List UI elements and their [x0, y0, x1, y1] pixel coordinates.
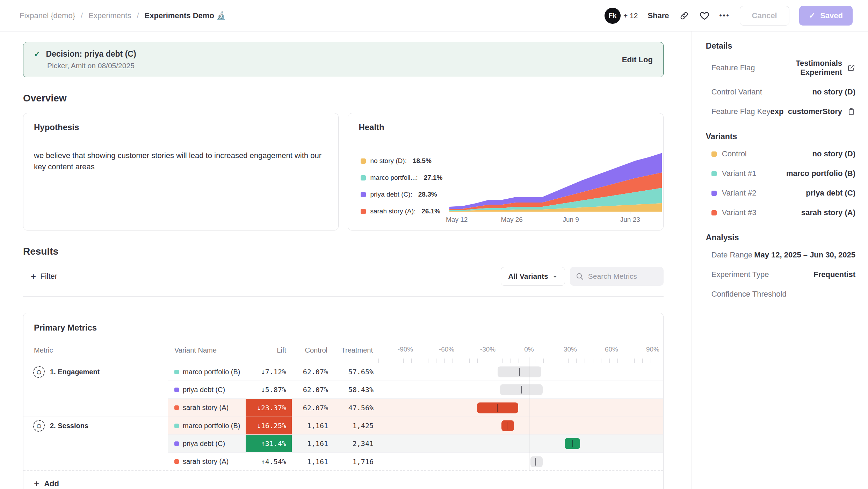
results-heading: Results — [23, 246, 664, 257]
legend-label: sarah story (A): — [370, 207, 415, 215]
variants-section: Variants Controlno story (D)Variant #1ma… — [706, 132, 855, 222]
cancel-button[interactable]: Cancel — [740, 6, 789, 26]
variant-name: marco portfolio (B) — [183, 422, 240, 430]
x-axis-tick — [571, 211, 571, 214]
row-value: no story (D) — [812, 87, 855, 97]
legend-swatch — [361, 192, 366, 197]
row-label: Experiment Type — [711, 270, 769, 279]
row-label-text: Variant #3 — [722, 208, 757, 217]
lift-value: ↓5.87% — [246, 381, 292, 398]
table-row[interactable]: priya debt (C)↓5.87%62.07%58.43% — [168, 381, 663, 399]
copy-link-icon[interactable] — [679, 10, 689, 21]
x-axis-label: Jun 9 — [563, 216, 579, 224]
search-metrics-box — [570, 267, 664, 286]
chevron-down-icon: ⌄ — [552, 271, 558, 279]
row-value: May 12, 2025 – Jun 30, 2025 — [754, 250, 855, 260]
more-menu-icon[interactable]: ••• — [719, 12, 730, 20]
x-axis-tick — [512, 211, 512, 214]
table-row[interactable]: marco portfolio (B)↓16.25%1,1611,425 — [168, 417, 663, 435]
search-icon — [576, 272, 584, 281]
variant-name-cell: sarah story (A) — [168, 453, 246, 470]
lift-value: ↑31.4% — [246, 435, 292, 452]
edit-log-button[interactable]: Edit Log — [622, 55, 653, 64]
row-value-text: May 12, 2025 – Jun 30, 2025 — [754, 250, 855, 260]
variant-name-cell: sarah story (A) — [168, 399, 246, 417]
lift-marker — [519, 368, 520, 376]
lift-axis-tick-label: 0% — [524, 346, 534, 353]
hypothesis-title: Hypothesis — [23, 113, 338, 140]
row-label-text: Experiment Type — [711, 270, 769, 279]
variant-name-cell: priya debt (C) — [168, 435, 246, 452]
share-button[interactable]: Share — [648, 11, 669, 20]
column-variant-name: Variant Name — [168, 342, 246, 363]
decision-banner: ✓ Decision: priya debt (C) Picker, Amit … — [23, 42, 664, 77]
row-value-text: no story (D) — [812, 149, 855, 158]
copy-icon[interactable] — [847, 107, 855, 116]
row-label: Feature Flag Key — [711, 107, 771, 116]
breadcrumb-experiments[interactable]: Experiments — [88, 11, 131, 20]
table-row[interactable]: sarah story (A)↑4.54%1,1611,716 — [168, 453, 663, 470]
saved-button[interactable]: ✓ Saved — [799, 6, 853, 26]
table-row[interactable]: marco portfolio (B)↓7.12%62.07%57.65% — [168, 363, 663, 381]
analysis-heading: Analysis — [706, 233, 855, 242]
lift-axis-tick-label: -30% — [480, 346, 496, 353]
confidence-interval-bar — [530, 456, 543, 467]
row-label-text: Variant #1 — [722, 169, 757, 178]
table-row[interactable]: priya debt (C)↑31.4%1,1612,341 — [168, 435, 663, 453]
details-row: Control Variantno story (D) — [706, 82, 855, 102]
lift-value: ↑4.54% — [246, 453, 292, 470]
external-link-icon[interactable] — [847, 64, 855, 72]
metric-target-icon: ⬡ — [33, 420, 45, 432]
legend-swatch — [361, 158, 366, 164]
row-value-text: priya debt (C) — [806, 189, 855, 198]
row-value: sarah story (A) — [801, 208, 855, 217]
confidence-interval-cell — [378, 453, 663, 470]
metric-group: ⬡1. Engagementmarco portfolio (B)↓7.12%6… — [23, 363, 663, 417]
legend-item: no story (D):18.5% — [361, 157, 448, 165]
x-axis-label: Jun 23 — [620, 216, 640, 224]
row-label-text: Feature Flag Key — [711, 107, 771, 116]
analysis-row: Date RangeMay 12, 2025 – Jun 30, 2025 — [706, 245, 855, 265]
treatment-value: 58.43% — [333, 381, 378, 398]
row-value: no story (D) — [812, 149, 855, 158]
lift-marker — [521, 386, 522, 394]
row-value-text[interactable]: Testimonials Experiment — [755, 59, 842, 77]
breadcrumb-current: Experiments Demo 🔬 — [145, 11, 226, 20]
add-filter-button[interactable]: + Filter — [23, 271, 57, 282]
row-value-text: no story (D) — [812, 87, 855, 97]
metric-rows: marco portfolio (B)↓16.25%1,1611,425priy… — [168, 417, 663, 470]
breadcrumb-project[interactable]: Fixpanel {demo} — [20, 11, 75, 20]
control-value: 62.07% — [292, 399, 333, 417]
all-variants-dropdown[interactable]: All Variants ⌄ — [501, 267, 565, 286]
favorite-heart-icon[interactable] — [699, 10, 710, 21]
variants-rows: Controlno story (D)Variant #1marco portf… — [706, 144, 855, 222]
metric-cell: ⬡1. Engagement — [23, 363, 168, 417]
row-value-text: sarah story (A) — [801, 208, 855, 217]
lift-axis: -90%-60%-30%0%30%60%90% — [378, 342, 663, 363]
variant-swatch — [174, 441, 179, 446]
table-row[interactable]: sarah story (A)↓23.37%62.07%47.56% — [168, 399, 663, 417]
zero-percent-line — [529, 357, 529, 470]
row-label: Confidence Threshold — [711, 290, 787, 299]
variants-row: Variant #1marco portfolio (B) — [706, 164, 855, 183]
health-area-chart: May 12May 26Jun 9Jun 23 — [449, 149, 660, 224]
variant-swatch — [174, 370, 179, 374]
topbar: Fixpanel {demo} / Experiments / Experime… — [0, 0, 868, 31]
row-value-text: marco portfolio (B) — [786, 169, 855, 178]
details-rows: Feature FlagTestimonials ExperimentContr… — [706, 54, 855, 121]
legend-label: no story (D): — [370, 157, 407, 165]
variant-swatch — [174, 388, 179, 392]
lift-value: ↓23.37% — [246, 399, 292, 417]
add-metric-button[interactable]: + Add — [23, 470, 663, 489]
avatar[interactable]: Fk — [605, 8, 621, 24]
analysis-row: Experiment TypeFrequentist — [706, 265, 855, 284]
details-row: Feature FlagTestimonials Experiment — [706, 54, 855, 82]
collaborators[interactable]: Fk + 12 — [605, 8, 638, 24]
variant-name: marco portfolio (B) — [183, 368, 240, 376]
control-value: 62.07% — [292, 363, 333, 381]
metric-cell: ⬡2. Sessions — [23, 417, 168, 470]
legend-label: marco portfoli...: — [370, 174, 418, 182]
control-value: 1,161 — [292, 435, 333, 452]
search-metrics-input[interactable] — [588, 272, 654, 281]
decision-check-icon: ✓ — [34, 50, 40, 59]
